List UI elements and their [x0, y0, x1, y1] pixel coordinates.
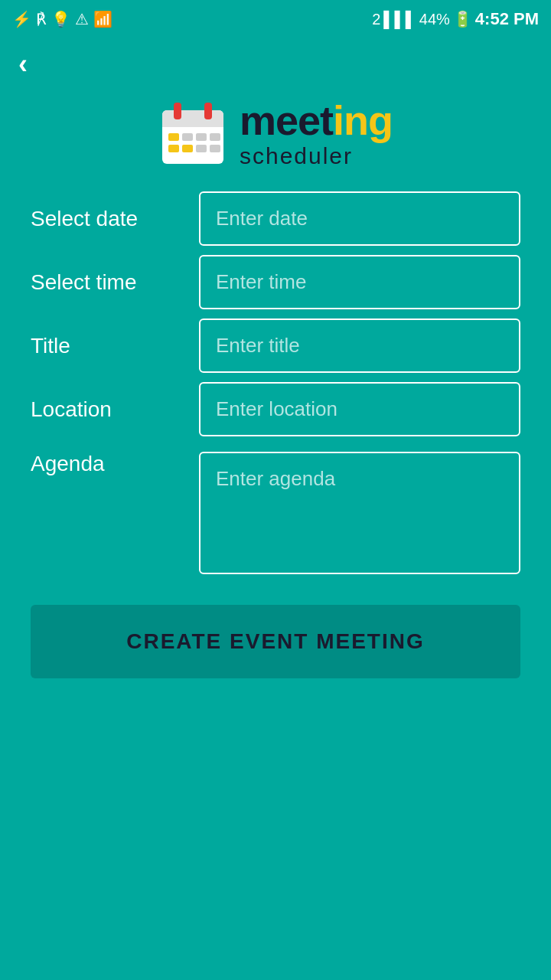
- svg-rect-11: [196, 145, 207, 152]
- status-time: 4:52 PM: [475, 9, 539, 29]
- logo-text: meeting scheduler: [240, 98, 393, 168]
- back-arrow-icon[interactable]: ‹: [18, 51, 28, 78]
- svg-rect-5: [168, 133, 179, 141]
- battery-text: 44%: [419, 11, 450, 28]
- logo-meeting: meeting: [240, 98, 393, 143]
- wifi-icon: 📶: [93, 10, 112, 28]
- status-bar: ⚡ ℟ 💡 ⚠ 📶 2 ▌▌▌ 44% 🔋 4:52 PM: [0, 0, 551, 38]
- create-button-wrapper: CREATE EVENT MEETING: [0, 574, 551, 678]
- svg-rect-3: [174, 103, 181, 119]
- date-row: Select date: [31, 191, 520, 246]
- form-area: Select date Select time Title Location A…: [0, 191, 551, 574]
- sim-icon: 2: [372, 11, 380, 28]
- svg-rect-7: [196, 133, 207, 141]
- time-input[interactable]: [199, 255, 520, 309]
- svg-rect-6: [182, 133, 193, 141]
- status-right-icons: 2 ▌▌▌ 44% 🔋 4:52 PM: [372, 9, 539, 29]
- svg-rect-10: [182, 145, 193, 152]
- signal-icon: ℟: [36, 10, 47, 28]
- svg-rect-12: [210, 145, 220, 152]
- title-input[interactable]: [199, 318, 520, 373]
- agenda-input[interactable]: [199, 452, 520, 574]
- time-row: Select time: [31, 255, 520, 309]
- back-button-area[interactable]: ‹: [0, 38, 551, 90]
- status-left-icons: ⚡ ℟ 💡 ⚠ 📶: [12, 10, 112, 28]
- svg-rect-2: [162, 119, 223, 127]
- logo-ing: ing: [333, 97, 393, 143]
- agenda-label: Agenda: [31, 452, 184, 476]
- create-event-button[interactable]: CREATE EVENT MEETING: [31, 605, 520, 678]
- title-row: Title: [31, 318, 520, 373]
- svg-rect-8: [210, 133, 220, 141]
- location-input[interactable]: [199, 382, 520, 436]
- signal-bars-icon: ▌▌▌: [383, 11, 416, 28]
- battery-icon: 🔋: [453, 10, 472, 28]
- svg-rect-9: [168, 145, 179, 152]
- logo-meet: meet: [240, 97, 333, 143]
- logo-scheduler: scheduler: [240, 143, 393, 168]
- location-label: Location: [31, 397, 184, 422]
- date-label: Select date: [31, 207, 184, 231]
- title-label: Title: [31, 334, 184, 358]
- usb-icon: ⚡: [12, 10, 31, 28]
- calendar-icon: [158, 99, 227, 168]
- warning-icon: ⚠: [75, 10, 89, 28]
- date-input[interactable]: [199, 191, 520, 246]
- lightbulb-icon: 💡: [51, 10, 70, 28]
- location-row: Location: [31, 382, 520, 436]
- agenda-row: Agenda: [31, 446, 520, 574]
- time-label: Select time: [31, 270, 184, 295]
- svg-rect-4: [204, 103, 212, 119]
- logo-area: meeting scheduler: [0, 90, 551, 191]
